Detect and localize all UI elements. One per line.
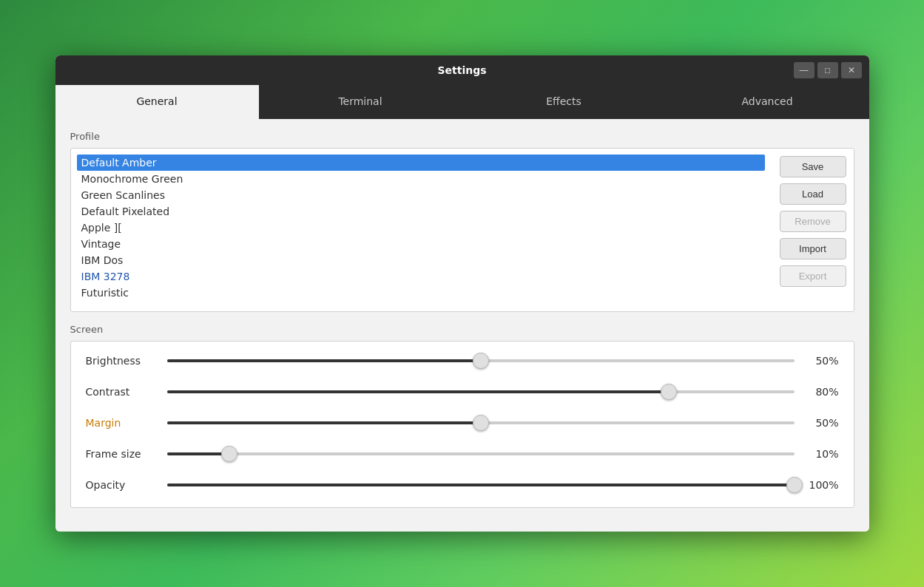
contrast-value: 80% [803,386,839,398]
tab-general[interactable]: General [55,85,259,119]
import-button[interactable]: Import [780,238,846,259]
settings-window: Settings — □ ✕ General Terminal Effects … [55,55,869,532]
profile-item-default-amber[interactable]: Default Amber [77,155,765,171]
profile-item-vintage[interactable]: Vintage [77,236,765,252]
maximize-button[interactable]: □ [817,62,838,78]
frame_size-value: 10% [803,448,839,460]
close-button[interactable]: ✕ [841,62,862,78]
tab-bar: General Terminal Effects Advanced [55,85,869,119]
margin-row: Margin50% [86,415,839,430]
profile-item-apple-][[interactable]: Apple ][ [77,220,765,236]
window-controls: — □ ✕ [794,62,862,78]
opacity-label: Opacity [86,479,167,491]
margin-value: 50% [803,417,839,429]
tab-effects[interactable]: Effects [462,85,666,119]
profile-item-default-pixelated[interactable]: Default Pixelated [77,203,765,220]
profile-buttons: SaveLoadRemoveImportExport [780,149,854,311]
frame_size-row: Frame size10% [86,447,839,461]
load-button[interactable]: Load [780,183,846,205]
main-content: Profile Default AmberMonochrome GreenGre… [55,119,869,532]
export-button[interactable]: Export [780,265,846,287]
profile-item-monochrome-green[interactable]: Monochrome Green [77,171,765,187]
minimize-button[interactable]: — [794,62,815,78]
profile-section: Default AmberMonochrome GreenGreen Scanl… [71,149,854,311]
titlebar: Settings — □ ✕ [55,55,869,85]
save-button[interactable]: Save [780,156,846,177]
screen-sliders: Brightness50%Contrast80%Margin50%Frame s… [71,342,854,507]
contrast-label: Contrast [86,386,167,398]
profile-item-green-scanlines[interactable]: Green Scanlines [77,187,765,203]
frame_size-label: Frame size [86,448,167,460]
tab-terminal[interactable]: Terminal [259,85,462,119]
profile-section-label: Profile [70,131,854,142]
screen-section-box: Brightness50%Contrast80%Margin50%Frame s… [70,341,854,508]
profile-item-ibm-3278[interactable]: IBM 3278 [77,268,765,285]
brightness-label: Brightness [86,355,167,367]
opacity-value: 100% [803,479,839,491]
tab-advanced[interactable]: Advanced [666,85,869,119]
remove-button[interactable]: Remove [780,211,846,232]
profile-section-box: Default AmberMonochrome GreenGreen Scanl… [70,148,854,312]
profile-item-ibm-dos[interactable]: IBM Dos [77,252,765,268]
screen-section-label: Screen [70,324,854,335]
brightness-row: Brightness50% [86,353,839,368]
profile-list: Default AmberMonochrome GreenGreen Scanl… [71,149,771,311]
profile-item-futuristic[interactable]: Futuristic [77,285,765,301]
contrast-row: Contrast80% [86,384,839,399]
window-title: Settings [437,64,486,76]
margin-label: Margin [86,417,167,429]
opacity-row: Opacity100% [86,478,839,492]
brightness-value: 50% [803,355,839,367]
